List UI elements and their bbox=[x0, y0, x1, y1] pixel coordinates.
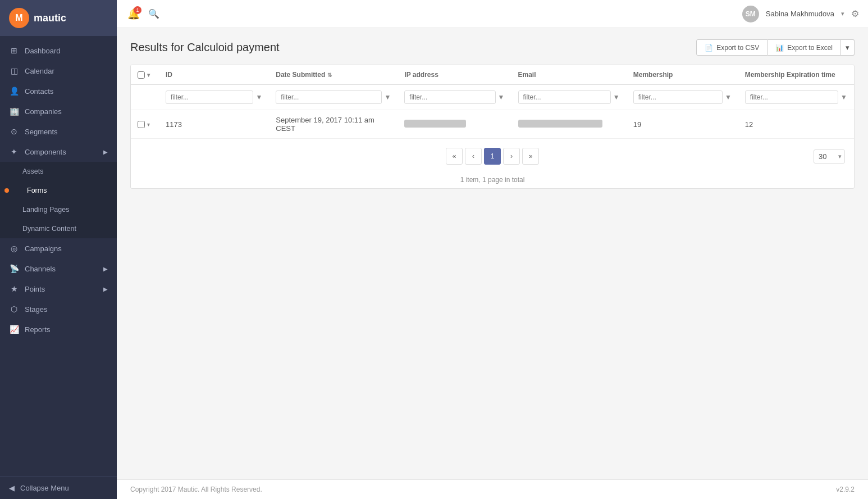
page-header: Results for Calculoid payment 📄 Export t… bbox=[130, 39, 855, 56]
dashboard-icon: ⊞ bbox=[9, 46, 19, 55]
page-size-wrapper: 10 30 50 100 bbox=[814, 149, 845, 164]
cell-membership: 19 bbox=[627, 110, 738, 139]
chevron-right-icon: ▶ bbox=[103, 286, 108, 292]
filter-icon-email[interactable]: ▼ bbox=[613, 93, 620, 101]
select-all-checkbox[interactable] bbox=[138, 71, 145, 79]
search-icon[interactable]: 🔍 bbox=[148, 8, 159, 19]
checkbox-dropdown-icon[interactable]: ▾ bbox=[147, 72, 150, 78]
pagination-page-1[interactable]: 1 bbox=[484, 148, 501, 165]
table-header-row: ▾ ID Date Submitted ⇅ bbox=[131, 65, 854, 85]
sidebar-item-dynamic-content[interactable]: Dynamic Content bbox=[0, 219, 117, 238]
results-table: ▾ ID Date Submitted ⇅ bbox=[131, 65, 854, 139]
filter-input-id[interactable] bbox=[166, 90, 253, 104]
sidebar-item-channels[interactable]: 📡 Channels ▶ bbox=[0, 258, 117, 279]
topbar-right: SM Sabina Makhmudova ▾ ⚙ bbox=[742, 6, 859, 22]
pagination-next[interactable]: › bbox=[503, 148, 520, 165]
page-size-select[interactable]: 10 30 50 100 bbox=[814, 149, 845, 164]
th-membership-label: Membership bbox=[633, 71, 673, 79]
row-checkbox-cell: ▾ bbox=[131, 110, 159, 139]
sidebar-item-label: Landing Pages bbox=[22, 206, 69, 214]
sidebar-item-components[interactable]: ✦ Components ▶ bbox=[0, 142, 117, 162]
sidebar-item-dashboard[interactable]: ⊞ Dashboard bbox=[0, 40, 117, 61]
filter-icon-date[interactable]: ▼ bbox=[384, 93, 391, 101]
export-excel-label: Export to Excel bbox=[787, 44, 833, 52]
filter-input-membership[interactable] bbox=[633, 90, 723, 104]
pagination-last[interactable]: » bbox=[522, 148, 539, 165]
settings-icon[interactable]: ⚙ bbox=[851, 8, 859, 19]
version-text: v2.9.2 bbox=[836, 486, 855, 493]
th-date-submitted[interactable]: Date Submitted ⇅ bbox=[269, 65, 398, 85]
sidebar-item-calendar[interactable]: ◫ Calendar bbox=[0, 61, 117, 81]
filter-input-exp[interactable] bbox=[745, 90, 838, 104]
logo-text: mautic bbox=[34, 12, 66, 24]
sidebar-item-assets[interactable]: Assets bbox=[0, 162, 117, 181]
export-buttons: 📄 Export to CSV 📊 Export to Excel ▾ bbox=[696, 39, 855, 56]
sidebar-item-campaigns[interactable]: ◎ Campaigns bbox=[0, 238, 117, 258]
pagination-row: « ‹ 1 › » 10 30 50 100 bbox=[131, 139, 854, 174]
footer: Copyright 2017 Mautic. All Rights Reserv… bbox=[117, 479, 868, 499]
sidebar-logo[interactable]: M mautic bbox=[0, 0, 117, 36]
export-dropdown-button[interactable]: ▾ bbox=[841, 39, 855, 56]
filter-icon-membership[interactable]: ▼ bbox=[725, 93, 732, 101]
sidebar-item-label: Channels bbox=[25, 265, 56, 273]
sidebar-submenu-components: Assets Forms Landing Pages Dynamic Conte… bbox=[0, 162, 117, 238]
row-dropdown-icon[interactable]: ▾ bbox=[147, 121, 150, 128]
filter-cell-date: ▼ bbox=[269, 85, 398, 110]
notification-badge: 1 bbox=[134, 6, 141, 14]
filter-icon-exp[interactable]: ▼ bbox=[840, 93, 847, 101]
filter-input-email[interactable] bbox=[518, 90, 611, 104]
sidebar-item-stages[interactable]: ⬡ Stages bbox=[0, 299, 117, 319]
sidebar: M mautic ⊞ Dashboard ◫ Calendar 👤 Contac… bbox=[0, 0, 117, 499]
segments-icon: ⊙ bbox=[9, 127, 19, 136]
th-email: Email bbox=[511, 65, 627, 85]
avatar: SM bbox=[742, 6, 759, 22]
channels-icon: 📡 bbox=[9, 264, 19, 273]
sidebar-item-points[interactable]: ★ Points ▶ bbox=[0, 279, 117, 299]
sidebar-item-landing-pages[interactable]: Landing Pages bbox=[0, 200, 117, 219]
export-csv-label: Export to CSV bbox=[716, 44, 759, 52]
pagination-info: 1 item, 1 page in total bbox=[131, 176, 854, 188]
logo-icon: M bbox=[9, 8, 29, 28]
filter-cell-email: ▼ bbox=[511, 85, 627, 110]
cell-ip bbox=[398, 110, 511, 139]
filter-icon-id[interactable]: ▼ bbox=[255, 93, 262, 101]
sidebar-item-contacts[interactable]: 👤 Contacts bbox=[0, 81, 117, 101]
th-membership-exp: Membership Expiration time bbox=[738, 65, 854, 85]
filter-input-date[interactable] bbox=[276, 90, 382, 104]
filter-cell-id: ▼ bbox=[159, 85, 269, 110]
topbar: 🔔 1 🔍 SM Sabina Makhmudova ▾ ⚙ bbox=[117, 0, 868, 28]
stages-icon: ⬡ bbox=[9, 305, 19, 314]
ip-redacted bbox=[404, 120, 466, 128]
cell-date: September 19, 2017 10:11 am CEST bbox=[269, 110, 398, 139]
pagination-prev[interactable]: ‹ bbox=[465, 148, 482, 165]
points-icon: ★ bbox=[9, 284, 19, 293]
export-csv-button[interactable]: 📄 Export to CSV bbox=[696, 39, 768, 56]
excel-icon: 📊 bbox=[775, 44, 784, 52]
export-excel-button[interactable]: 📊 Export to Excel bbox=[768, 39, 841, 56]
username-label[interactable]: Sabina Makhmudova bbox=[766, 10, 834, 18]
cell-membership-exp: 12 bbox=[738, 110, 854, 139]
filter-input-ip[interactable] bbox=[404, 90, 495, 104]
csv-icon: 📄 bbox=[705, 44, 713, 52]
sidebar-item-label: Companies bbox=[25, 107, 62, 116]
th-ip: IP address bbox=[398, 65, 511, 85]
page-title: Results for Calculoid payment bbox=[130, 41, 280, 54]
th-id-label: ID bbox=[166, 71, 172, 79]
filter-icon-ip[interactable]: ▼ bbox=[498, 93, 505, 101]
pagination-first[interactable]: « bbox=[446, 148, 463, 165]
sidebar-item-reports[interactable]: 📈 Reports bbox=[0, 319, 117, 339]
sidebar-item-segments[interactable]: ⊙ Segments bbox=[0, 121, 117, 142]
results-table-container: ▾ ID Date Submitted ⇅ bbox=[130, 65, 855, 189]
th-email-label: Email bbox=[518, 71, 536, 79]
user-dropdown-icon[interactable]: ▾ bbox=[841, 10, 844, 17]
sidebar-collapse[interactable]: ◀ Collapse Menu bbox=[0, 477, 117, 499]
checkbox-header: ▾ bbox=[131, 65, 159, 85]
filter-cell-membership: ▼ bbox=[627, 85, 738, 110]
row-checkbox[interactable] bbox=[138, 121, 145, 128]
page-content: Results for Calculoid payment 📄 Export t… bbox=[117, 28, 868, 479]
chevron-right-icon: ▶ bbox=[103, 149, 108, 155]
notification-button[interactable]: 🔔 1 bbox=[126, 6, 141, 22]
reports-icon: 📈 bbox=[9, 325, 19, 334]
sidebar-item-companies[interactable]: 🏢 Companies bbox=[0, 101, 117, 121]
sidebar-item-forms[interactable]: Forms bbox=[0, 181, 117, 200]
